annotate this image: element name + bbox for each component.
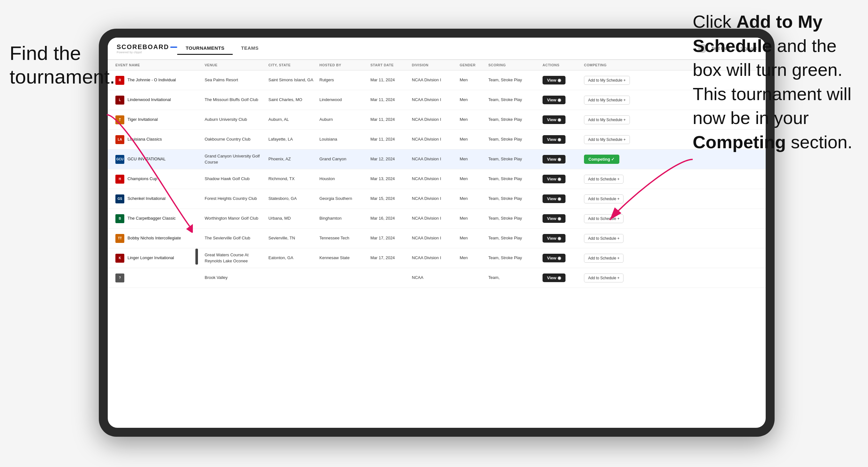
col-hosted-by: HOSTED BY [317, 60, 368, 70]
scoring-cell: Team, Stroke Play [486, 174, 540, 184]
view-button[interactable]: View ◉ [542, 96, 565, 104]
add-to-schedule-button[interactable]: Add to Schedule + [584, 214, 623, 223]
col-city-state: CITY, STATE [266, 60, 317, 70]
event-name-cell: ? [113, 271, 202, 285]
competing-cell: Add to Schedule + [582, 172, 645, 186]
add-to-schedule-button[interactable]: Add to My Schedule + [584, 135, 630, 144]
view-button[interactable]: View ◉ [542, 135, 565, 144]
division-cell: NCAA Division I [409, 134, 457, 145]
table-container: EVENT NAME VENUE CITY, STATE HOSTED BY S… [108, 60, 766, 428]
add-to-schedule-button[interactable]: Add to Schedule + [584, 234, 623, 243]
event-name-cell: BThe Carpetbagger Classic [113, 212, 202, 226]
gender-cell: Men [457, 252, 486, 263]
scoring-cell: Team, Stroke Play [486, 193, 540, 204]
view-button[interactable]: View ◉ [542, 274, 565, 282]
event-name-text: Champions Cup [127, 176, 157, 182]
competing-cell: Add to Schedule + [582, 271, 645, 285]
view-button[interactable]: View ◉ [542, 155, 565, 163]
logo-subtext: Powered by clippd [117, 51, 177, 54]
add-to-schedule-button[interactable]: Add to Schedule + [584, 254, 623, 263]
view-button[interactable]: View ◉ [542, 214, 565, 223]
action-cell: View ◉ [540, 231, 582, 245]
competing-cell: Add to My Schedule + [582, 113, 645, 127]
gender-cell: Men [457, 154, 486, 164]
hosted-by-cell: Tennessee Tech [317, 233, 368, 244]
event-name-text: Lindenwood Invitational [127, 97, 171, 103]
add-to-schedule-button[interactable]: Add to Schedule + [584, 194, 623, 204]
gender-cell: Men [457, 114, 486, 125]
division-cell: NCAA Division I [409, 154, 457, 164]
division-cell: NCAA Division I [409, 114, 457, 125]
action-cell: View ◉ [540, 93, 582, 107]
start-date-cell: Mar 15, 2024 [368, 193, 409, 204]
view-button[interactable]: View ◉ [542, 254, 565, 262]
scoring-cell: Team, Stroke Play [486, 114, 540, 125]
gender-cell: Men [457, 193, 486, 204]
view-button[interactable]: View ◉ [542, 194, 565, 203]
venue-cell: Brook Valley [202, 272, 266, 283]
action-cell: View ◉ [540, 133, 582, 146]
event-name-text: The Carpetbagger Classic [127, 216, 176, 221]
action-cell: View ◉ [540, 212, 582, 225]
division-cell: NCAA Division I [409, 174, 457, 184]
event-name-cell: LALouisiana Classics [113, 133, 202, 147]
start-date-cell: Mar 13, 2024 [368, 174, 409, 184]
view-button[interactable]: View ◉ [542, 234, 565, 243]
view-button[interactable]: View ◉ [542, 115, 565, 124]
view-button[interactable]: View ◉ [542, 76, 565, 85]
event-name-text: GCU INVITATIONAL [127, 156, 165, 162]
action-cell: View ◉ [540, 152, 582, 166]
add-to-schedule-button[interactable]: Add to My Schedule + [584, 76, 630, 85]
team-logo: GS [115, 194, 124, 204]
venue-cell: The Missouri Bluffs Golf Club [202, 94, 266, 105]
competing-cell: Add to Schedule + [582, 212, 645, 226]
competing-button[interactable]: Competing ✓ [584, 155, 619, 164]
table-row: GCUGCU INVITATIONALGrand Canyon Universi… [108, 150, 766, 169]
start-date-cell: Mar 11, 2024 [368, 74, 409, 86]
action-cell: View ◉ [540, 271, 582, 285]
team-logo: R [115, 76, 124, 85]
hosted-by-cell: Grand Canyon [317, 154, 368, 164]
city-state-cell: Statesboro, GA [266, 193, 317, 204]
gender-cell: Men [457, 74, 486, 86]
gender-cell: Men [457, 233, 486, 244]
event-name-cell: RThe Johnnie - O Individual [113, 73, 202, 87]
venue-cell: Forest Heights Country Club [202, 193, 266, 204]
venue-cell: Worthington Manor Golf Club [202, 213, 266, 224]
venue-cell: Auburn University Club [202, 114, 266, 125]
team-logo: K [115, 254, 124, 263]
table-body: RThe Johnnie - O IndividualSea Palms Res… [108, 70, 766, 425]
hosted-by-cell: Kennesaw State [317, 252, 368, 263]
division-cell: NCAA Division I [409, 74, 457, 86]
add-to-schedule-button[interactable]: Add to My Schedule + [584, 115, 630, 124]
col-competing: COMPETING [582, 60, 645, 70]
city-state-cell: Auburn, AL [266, 114, 317, 125]
city-state-cell [266, 275, 317, 281]
gender-cell: Men [457, 213, 486, 224]
col-division: DIVISION [409, 60, 457, 70]
left-annotation: Find the tournament. [9, 41, 115, 89]
add-to-schedule-button[interactable]: Add to Schedule + [584, 175, 623, 184]
tab-teams[interactable]: TEAMS [233, 42, 267, 55]
division-cell: NCAA Division I [409, 213, 457, 224]
tab-tournaments[interactable]: TOURNAMENTS [177, 42, 233, 55]
action-cell: View ◉ [540, 172, 582, 186]
logo-text: SCOREBOARD [117, 43, 169, 51]
add-to-schedule-button[interactable]: Add to Schedule + [584, 274, 623, 282]
venue-cell: Great Waters Course At Reynolds Lake Oco… [202, 250, 266, 266]
event-name-text: Louisiana Classics [127, 136, 162, 142]
start-date-cell: Mar 11, 2024 [368, 94, 409, 105]
view-button[interactable]: View ◉ [542, 175, 565, 183]
scoring-cell: Team, [486, 272, 540, 283]
division-cell: NCAA Division I [409, 193, 457, 204]
start-date-cell: Mar 11, 2024 [368, 114, 409, 125]
competing-cell: Add to Schedule + [582, 192, 645, 206]
start-date-cell: Mar 17, 2024 [368, 233, 409, 244]
add-to-schedule-button[interactable]: Add to My Schedule + [584, 96, 630, 104]
event-name-cell: TTiger Invitational [113, 113, 202, 127]
table-row: LALouisiana ClassicsOakbourne Country Cl… [108, 130, 766, 150]
logo: SCOREBOARD Powered by clippd [117, 43, 177, 54]
team-logo: T [115, 115, 124, 124]
scoring-cell: Team, Stroke Play [486, 74, 540, 86]
hosted-by-cell: Rutgers [317, 74, 368, 86]
